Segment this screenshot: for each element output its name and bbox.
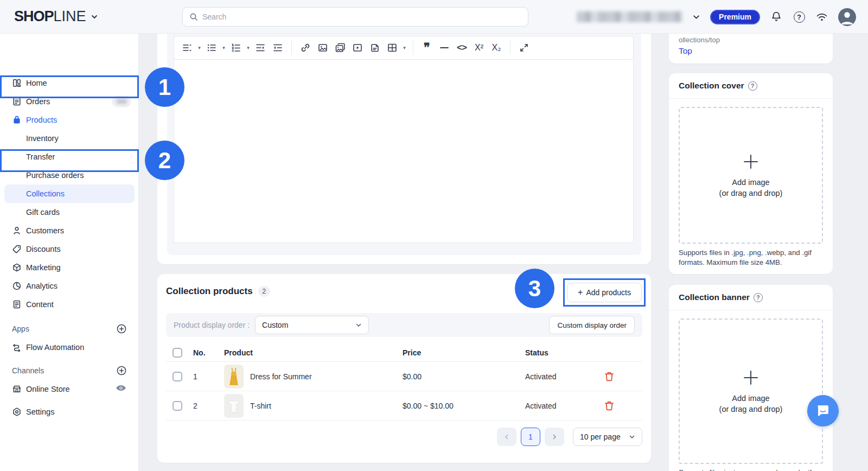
add-app-plus-icon[interactable] [116,323,127,334]
plus-icon [742,369,760,386]
url-snippet: ollections/top [679,36,823,44]
table-header-row: No. Product Price Status [166,343,642,362]
shopline-logo[interactable]: SHOPLINE [14,8,98,25]
image-gallery-icon[interactable] [331,36,349,60]
tutorial-step-3: 3 [515,269,554,308]
sidebar-item-orders[interactable]: Orders [0,92,139,111]
sidebar-item-purchase-orders[interactable]: Purchase orders [0,166,139,184]
col-price: Price [397,348,520,357]
toolbar-divider [413,41,413,55]
product-name[interactable]: T-shirt [250,402,271,410]
outdent-icon[interactable] [269,36,286,60]
user-avatar[interactable] [838,8,856,26]
sidebar-nav: Home Orders Products Inventory Transfer … [0,34,139,471]
flow-automation-icon [12,342,22,352]
fullscreen-icon[interactable] [515,36,533,60]
horizontal-rule-icon[interactable] [436,36,453,60]
sidebar-item-flow-automation[interactable]: Flow Automation [0,338,139,357]
cover-image-dropzone[interactable]: Add image (or drag and drop) [679,107,823,244]
table-caret[interactable]: ▾ [401,36,408,60]
preview-eye-icon[interactable] [115,384,127,394]
cover-title: Collection cover [679,81,744,91]
select-all-checkbox[interactable] [173,348,182,358]
image-icon[interactable] [314,36,331,60]
table-icon[interactable] [384,36,401,60]
row-checkbox[interactable] [173,372,182,381]
product-name[interactable]: Dress for Summer [250,372,312,381]
table-row: 2 T-shirt $0.00 ~ $10.00 Activated [166,391,642,421]
pagination: 1 10 per page [497,428,642,446]
prev-page-button[interactable] [497,428,516,446]
col-status: Status [520,348,598,357]
sidebar-item-customers[interactable]: Customers [0,221,139,240]
sidebar-item-products[interactable]: Products [0,111,139,129]
toolbar-divider [291,41,292,55]
sidebar-item-marketing[interactable]: Marketing [0,258,139,277]
sidebar-section-channels: Channels [0,361,139,380]
product-thumbnail-tshirt [224,394,244,418]
ordered-list-caret[interactable]: ▾ [245,36,252,60]
global-search[interactable] [182,7,528,27]
sidebar-item-home[interactable]: Home [0,74,139,92]
sidebar-item-discounts[interactable]: Discounts [0,240,139,258]
link-icon[interactable] [297,36,314,60]
delete-trash-icon[interactable] [603,371,615,383]
superscript-icon[interactable]: X² [470,36,488,60]
collection-url-card: ollections/top Top [669,34,833,63]
add-products-button[interactable]: + Add products [567,283,642,302]
help-icon[interactable]: ? [793,10,806,23]
custom-display-order-button[interactable]: Custom display order [549,316,635,334]
banner-image-dropzone[interactable]: Add image (or drag and drop) [679,319,823,464]
orders-count-badge-redacted [112,96,131,107]
support-chat-button[interactable] [807,395,839,427]
file-document-icon[interactable] [366,36,384,60]
premium-badge[interactable]: Premium [710,10,760,24]
sidebar-item-settings[interactable]: Settings [0,403,139,421]
collection-products-title: Collection products [166,286,253,297]
url-top-link[interactable]: Top [679,46,823,56]
chevron-down-icon[interactable] [91,13,98,21]
description-textarea[interactable] [174,60,634,243]
sidebar-item-transfer[interactable]: Transfer [0,148,139,166]
chevron-down-icon [355,322,362,328]
subscript-icon[interactable]: X₂ [488,36,505,60]
sidebar-item-inventory[interactable]: Inventory [0,129,139,148]
sidebar-item-gift-cards[interactable]: Gift cards [0,203,139,221]
network-wifi-icon[interactable] [815,10,828,23]
bullet-list-caret[interactable]: ▾ [220,36,227,60]
account-chevron-down-icon[interactable] [692,13,700,21]
add-channel-plus-icon[interactable] [116,365,127,376]
search-input[interactable] [202,12,521,21]
sidebar-item-online-store[interactable]: Online Store [0,380,139,398]
help-icon[interactable]: ? [754,293,763,302]
code-icon[interactable]: <> [453,36,470,60]
content-doc-icon [12,300,22,309]
row-checkbox[interactable] [173,401,182,411]
customers-icon [12,226,22,236]
collections-active-highlight [4,184,135,203]
plus-icon: + [578,288,583,297]
blockquote-icon[interactable]: ❞ [418,36,436,60]
delete-trash-icon[interactable] [603,400,615,412]
sidebar-item-analytics[interactable]: Analytics [0,277,139,295]
collection-products-card: Collection products 2 + Add products Pro… [157,274,651,463]
help-icon[interactable]: ? [748,81,757,91]
next-page-button[interactable] [545,428,564,446]
display-order-select[interactable]: Custom [255,316,369,334]
sidebar-item-content[interactable]: Content [0,295,139,314]
marketing-cube-icon [12,263,22,272]
sidebar-item-collections[interactable]: Collections [0,184,139,203]
bullet-list-icon[interactable] [203,36,220,60]
line-height-caret[interactable]: ▾ [196,36,203,60]
line-height-icon[interactable] [178,36,196,60]
current-page-button[interactable]: 1 [521,428,540,446]
per-page-select[interactable]: 10 per page [573,428,642,446]
rich-text-editor: ▾ ▾ ▾ [167,34,641,255]
ordered-list-icon[interactable] [227,36,245,60]
collection-cover-card: Collection cover ? Add image (or drag an… [669,73,833,274]
indent-icon[interactable] [252,36,269,60]
video-icon[interactable] [349,36,366,60]
table-row: 1 Dress for Summer $0.00 Activated [166,362,642,391]
notifications-bell-icon[interactable] [770,10,783,23]
banner-formats-hint: Supports files in .jpg, .png, .webp, and… [679,468,825,471]
